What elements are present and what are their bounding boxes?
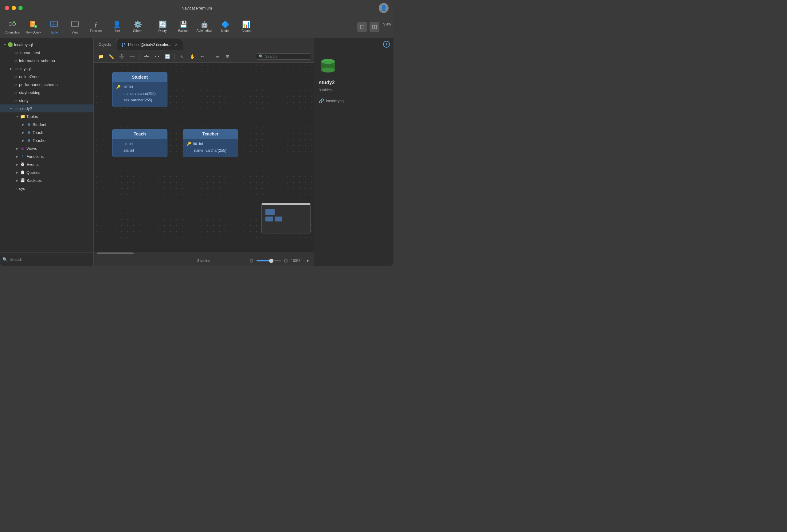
view-single-btn[interactable]: [357, 22, 367, 32]
toolbar-charts[interactable]: 📊 Charts: [236, 18, 256, 36]
toolbar-connection[interactable]: + Connection: [2, 18, 22, 36]
close-button[interactable]: [5, 6, 9, 10]
new-query-icon: +: [29, 20, 38, 29]
sidebar-item-online-order[interactable]: ▭ onlineOrder: [0, 72, 93, 81]
diagram-search-input[interactable]: [265, 55, 309, 59]
new-query-label: New Query: [25, 31, 41, 34]
query-label: Query: [158, 29, 167, 33]
h-scrollbar[interactable]: [94, 252, 314, 255]
sidebar-item-backups[interactable]: ▶ 💾 Backups: [0, 176, 93, 184]
info-icon[interactable]: i: [383, 41, 390, 48]
student-field-sex: sex: varchar(255): [116, 97, 164, 104]
key-icon: 🔑: [116, 84, 121, 91]
table-card-teacher[interactable]: Teacher 🔑 tid: int name: varchar(255): [183, 129, 238, 157]
sidebar-item-queries[interactable]: ▶ 📋 Queries: [0, 168, 93, 176]
user-label: User: [113, 29, 120, 33]
db-icon-large: [319, 57, 337, 75]
toolbar-list-btn[interactable]: ☰: [213, 52, 222, 61]
toolbar-edit-btn[interactable]: ✏️: [107, 52, 116, 61]
sidebar-item-study2[interactable]: ▼ ▭ study2: [0, 104, 93, 112]
views-arrow: ▶: [15, 146, 20, 151]
minimap-table-2: [265, 216, 273, 221]
sidebar-student-label: Student: [33, 122, 91, 127]
sidebar-search-input[interactable]: [9, 257, 91, 262]
toolbar-user[interactable]: 👤 User: [107, 18, 127, 36]
db-icon: [8, 50, 12, 55]
sidebar-item-ebean-test[interactable]: ▭ ebean_test: [0, 48, 93, 57]
toolbar-link-remove-btn[interactable]: [152, 52, 162, 61]
toolbar-refresh-btn[interactable]: 🔄: [163, 52, 172, 61]
perf-schema-icon: ▭: [12, 82, 18, 87]
toolbar-function[interactable]: ƒ Function: [86, 18, 106, 36]
online-order-icon: ▭: [12, 74, 18, 79]
sidebar-perf-schema-label: performance_schema: [19, 82, 91, 87]
toolbar-new-query[interactable]: + New Query: [23, 18, 43, 36]
zoom-slider[interactable]: [256, 260, 281, 261]
svg-point-25: [144, 56, 146, 57]
sidebar-queries-label: Queries: [26, 170, 91, 175]
toolbar-model[interactable]: 🔷 Model: [215, 18, 235, 36]
info-schema-icon: ▭: [12, 58, 18, 63]
diagram-search-icon: 🔍: [259, 55, 263, 59]
toolbar-add-btn[interactable]: ➕: [117, 52, 126, 61]
teach-table-body: tid: int sid: int: [112, 139, 167, 157]
svg-point-30: [158, 56, 159, 57]
maximize-button[interactable]: [18, 6, 23, 10]
sidebar-item-sys[interactable]: ▭ sys: [0, 184, 93, 192]
zoom-dropdown-btn[interactable]: ▾: [304, 258, 311, 264]
model-label: Model: [221, 29, 229, 33]
toolbar-automation[interactable]: 🤖 Automation: [194, 18, 214, 36]
diagram-canvas[interactable]: Student 🔑 sid: int name: varchar(255): [94, 63, 314, 252]
sidebar-item-teach[interactable]: ▶ ⊞ Teach: [0, 128, 93, 136]
toolbar-grid-btn[interactable]: ⊞: [223, 52, 232, 61]
table-card-student[interactable]: Student 🔑 sid: int name: varchar(255): [112, 72, 167, 107]
sidebar-online-order-label: onlineOrder: [19, 75, 91, 79]
sidebar-item-events[interactable]: ▶ ⏰ Events: [0, 160, 93, 168]
sidebar-item-teacher[interactable]: ▶ ⊞ Teacher: [0, 136, 93, 144]
minimize-button[interactable]: [12, 6, 16, 10]
minimap-table-1: [265, 209, 275, 215]
toolbar-view[interactable]: View: [65, 18, 85, 36]
svg-rect-24: [122, 45, 123, 47]
sidebar-item-staybooking[interactable]: ▭ staybooking: [0, 88, 93, 97]
sidebar-item-functions[interactable]: ▶ ƒ Functions: [0, 152, 93, 160]
sidebar-item-information-schema[interactable]: ▭ information_schema: [0, 57, 93, 64]
zoom-out-btn[interactable]: ⊟: [249, 258, 255, 264]
queries-arrow: ▶: [15, 170, 20, 175]
toolbar-folder-btn[interactable]: 📁: [96, 52, 105, 61]
zoom-in-btn[interactable]: ⊞: [283, 258, 289, 264]
zoom-label: 100%: [291, 259, 302, 263]
sidebar-item-localmysql[interactable]: ▼ 🟢 localmysql: [0, 41, 93, 48]
status-label: 3 tables: [197, 259, 210, 263]
tabs-bar: Objects Untitled@study2 (localm... ✕: [94, 38, 314, 50]
tab-objects[interactable]: Objects: [94, 39, 116, 50]
sidebar-item-mysql[interactable]: ▶ ▭ mysql: [0, 64, 93, 72]
diagram-toolbar: 📁 ✏️ ➕ ➖ + 🔄 ↖ ✋ ↩ ☰ ⊞: [94, 50, 314, 63]
sidebar-item-performance-schema[interactable]: ▭ performance_schema: [0, 81, 93, 88]
sidebar-item-tables[interactable]: ▼ 📁 Tables: [0, 112, 93, 121]
h-scrollbar-thumb[interactable]: [97, 253, 134, 254]
toolbar-remove-btn[interactable]: ➖: [127, 52, 137, 61]
toolbar-back-btn[interactable]: ↩: [198, 52, 207, 61]
sidebar-item-views[interactable]: ▶ ◉ Views: [0, 144, 93, 152]
profile-avatar[interactable]: 👤: [379, 3, 388, 13]
toolbar-link-add-btn[interactable]: +: [142, 52, 151, 61]
toolbar-query[interactable]: 🔄 Query: [153, 18, 172, 36]
tab-close-icon[interactable]: ✕: [175, 43, 178, 47]
key-icon: 🔑: [187, 141, 191, 147]
student-table-icon: ⊞: [26, 122, 31, 127]
sidebar-item-study[interactable]: ▭ study: [0, 97, 93, 104]
sidebar-item-student[interactable]: ▶ ⊞ Student: [0, 121, 93, 128]
toolbar-hand-btn[interactable]: ✋: [188, 52, 197, 61]
table-card-teach[interactable]: Teach tid: int sid: int: [112, 129, 167, 157]
toolbar-table[interactable]: Table: [44, 18, 64, 36]
view-split-btn[interactable]: [369, 22, 379, 32]
zoom-thumb[interactable]: [269, 259, 273, 263]
minimap[interactable]: [261, 203, 311, 233]
toolbar-cursor-btn[interactable]: ↖: [177, 52, 187, 61]
toolbar-view-controls: View: [357, 22, 391, 32]
view-label: View: [71, 31, 78, 34]
toolbar-others[interactable]: ⚙️ Others: [128, 18, 147, 36]
tab-diagram[interactable]: Untitled@study2 (localm... ✕: [116, 39, 183, 50]
toolbar-backup[interactable]: 💾 Backup: [174, 18, 193, 36]
